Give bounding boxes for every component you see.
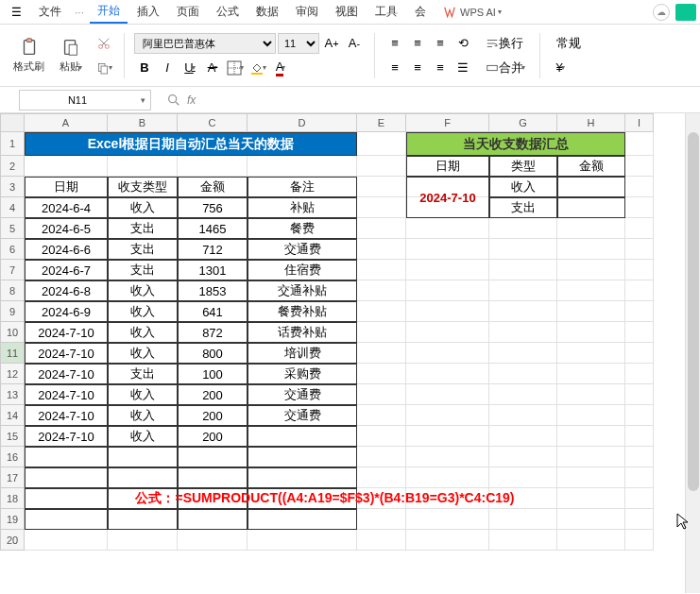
increase-font-button[interactable]: A+ [321,33,342,54]
empty-cell[interactable] [178,467,248,488]
cell[interactable] [406,239,489,260]
tab-view[interactable]: 视图 [328,1,366,23]
cell[interactable] [625,260,654,280]
cell[interactable] [625,384,654,405]
data-amount[interactable]: 200 [178,384,248,405]
cell[interactable] [625,447,654,467]
cell[interactable] [557,467,625,488]
row-header-16[interactable]: 16 [0,447,25,467]
row-header-10[interactable]: 10 [0,322,25,343]
row-header-3[interactable]: 3 [0,177,25,197]
data-type[interactable]: 支出 [108,239,178,260]
col-header-F[interactable]: F [406,113,489,132]
cell[interactable] [357,156,406,177]
title-left[interactable]: Excel根据日期自动汇总当天的数据 [25,132,357,156]
empty-cell[interactable] [178,509,248,530]
share-button[interactable] [675,4,696,21]
data-date[interactable]: 2024-6-9 [25,301,108,322]
cell[interactable] [357,530,406,551]
cell[interactable] [625,530,654,551]
tab-tools[interactable]: 工具 [367,1,405,23]
data-type[interactable]: 收入 [108,301,178,322]
row-header-14[interactable]: 14 [0,405,25,426]
cell[interactable] [557,260,625,280]
decrease-font-button[interactable]: A- [344,33,365,54]
copy-button[interactable]: ▾ [94,58,114,78]
data-note[interactable]: 补贴 [248,197,357,218]
row-header-9[interactable]: 9 [0,301,25,322]
cell[interactable] [489,509,557,530]
data-amount[interactable]: 712 [178,239,248,260]
cell[interactable] [489,218,557,239]
tab-meeting[interactable]: 会 [407,1,434,23]
data-date[interactable]: 2024-7-10 [25,364,108,384]
cell[interactable] [489,426,557,447]
merge-button[interactable]: 合并▾ [481,58,530,78]
search-icon[interactable] [166,93,181,108]
fx-icon[interactable]: fx [187,93,196,107]
summary-type[interactable]: 收入 [489,177,557,197]
data-amount[interactable]: 1301 [178,260,248,280]
empty-cell[interactable] [248,509,357,530]
cell[interactable] [557,447,625,467]
cell[interactable] [625,301,654,322]
cell[interactable] [406,405,489,426]
summary-header[interactable]: 类型 [489,156,557,177]
wrap-text-button[interactable]: 换行 [481,33,528,54]
menu-file[interactable]: 文件 [31,1,69,23]
cell[interactable] [489,239,557,260]
cell[interactable] [489,322,557,343]
cell[interactable] [357,260,406,280]
currency-button[interactable]: ¥▾ [550,58,571,78]
cell[interactable] [557,426,625,447]
data-note[interactable]: 话费补贴 [248,322,357,343]
cell[interactable] [406,364,489,384]
cell[interactable] [357,239,406,260]
cell[interactable] [357,301,406,322]
tab-page[interactable]: 页面 [169,1,207,23]
col-header-H[interactable]: H [557,113,625,132]
data-amount[interactable]: 1465 [178,218,248,239]
empty-cell[interactable] [25,509,108,530]
cell[interactable] [357,322,406,343]
data-note[interactable]: 交通费 [248,405,357,426]
cell[interactable] [406,467,489,488]
name-box[interactable]: N11 ▾ [19,90,151,110]
cell[interactable] [489,280,557,301]
col-header-G[interactable]: G [489,113,557,132]
cell[interactable] [625,509,654,530]
cell[interactable] [357,405,406,426]
align-bottom-button[interactable]: ≡ [430,33,451,54]
cell[interactable] [625,177,654,197]
row-header-8[interactable]: 8 [0,280,25,301]
cell[interactable] [406,426,489,447]
data-date[interactable]: 2024-6-7 [25,260,108,280]
cell[interactable] [357,280,406,301]
scroll-thumb[interactable] [688,132,699,491]
data-amount[interactable]: 1853 [178,280,248,301]
font-color-button[interactable]: A▾ [270,58,291,78]
empty-cell[interactable] [248,467,357,488]
cell[interactable] [625,426,654,447]
hamburger-icon[interactable]: ☰ [4,3,29,22]
cell[interactable] [406,343,489,364]
data-note[interactable]: 交通费 [248,239,357,260]
cell[interactable] [406,447,489,467]
data-type[interactable]: 收入 [108,405,178,426]
cell[interactable] [108,156,178,177]
cell[interactable] [406,384,489,405]
cell[interactable] [625,488,654,509]
cell[interactable] [25,156,108,177]
data-type[interactable]: 收入 [108,343,178,364]
cell[interactable] [25,530,108,551]
empty-cell[interactable] [25,467,108,488]
row-header-2[interactable]: 2 [0,156,25,177]
empty-cell[interactable] [178,447,248,467]
cell[interactable] [557,343,625,364]
row-header-15[interactable]: 15 [0,426,25,447]
row-header-13[interactable]: 13 [0,384,25,405]
row-header-12[interactable]: 12 [0,364,25,384]
cell[interactable] [357,218,406,239]
data-note[interactable]: 培训费 [248,343,357,364]
cell[interactable] [557,280,625,301]
